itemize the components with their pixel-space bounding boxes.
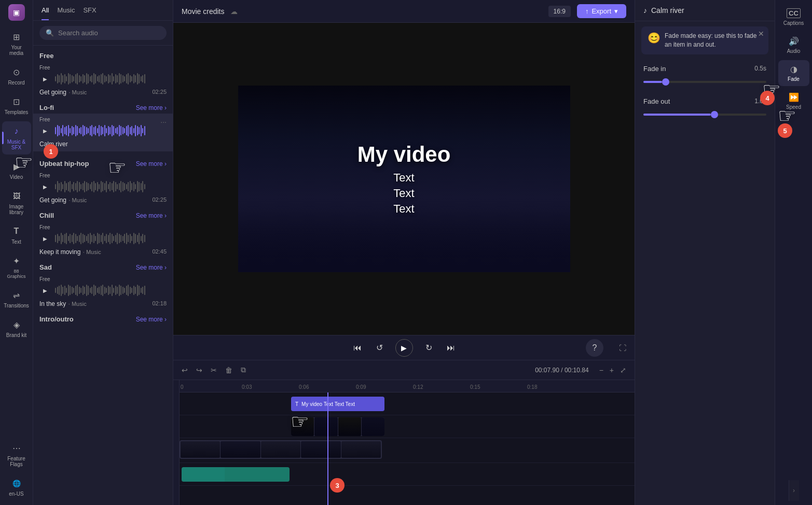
preview-area: My video Text Text Text: [173, 23, 635, 335]
fade-in-thumb[interactable]: [662, 78, 669, 86]
rewind-button[interactable]: ↺: [374, 341, 385, 355]
timeline-tracks: T My video Text Text Text: [180, 392, 635, 505]
nav-item-feature-flags[interactable]: ⋯ Feature Flags: [2, 438, 31, 471]
tip-emoji: 😊: [648, 32, 660, 49]
search-icon: 🔍: [46, 29, 54, 37]
timeline-ruler: 0 0:03 0:06 0:09 0:12 0:15 0:18: [180, 380, 635, 392]
see-more-intro-outro[interactable]: See more ›: [136, 316, 167, 323]
export-button[interactable]: ↑ Export ▾: [577, 4, 626, 18]
nav-item-music-sfx[interactable]: ♪ Music & SFX: [2, 121, 31, 155]
app-logo: ▣: [8, 4, 25, 21]
speed-panel-button[interactable]: ⏩ Speed: [778, 88, 809, 114]
play-btn-get-going-2[interactable]: ▶: [39, 181, 51, 192]
nav-item-transitions[interactable]: ⇌ Transitions: [2, 285, 31, 313]
fit-button[interactable]: ⤢: [618, 364, 628, 376]
section-sad: Sad See more ›: [33, 259, 173, 273]
project-title: Movie credits: [182, 7, 224, 16]
timeline-track-labels: [173, 380, 180, 505]
nav-item-brand-kit[interactable]: ◈ Brand kit: [2, 315, 31, 342]
timeline-playhead[interactable]: [327, 392, 328, 505]
audio-track-clip[interactable]: [182, 467, 290, 482]
video-sub-text-2: Text: [357, 187, 451, 200]
fullscreen-button[interactable]: ⛶: [619, 344, 626, 352]
fade-out-slider[interactable]: [643, 109, 766, 120]
tip-close-button[interactable]: ✕: [758, 30, 764, 38]
tab-sfx[interactable]: SFX: [83, 6, 96, 20]
step-3: 3: [330, 478, 345, 493]
track-item-calm-river[interactable]: Free ··· ▶ Calm river 1 Add to timeline: [33, 114, 173, 151]
collapse-right-panel-button[interactable]: ›: [789, 480, 799, 501]
search-input[interactable]: [58, 29, 160, 37]
transitions-icon: ⇌: [11, 289, 22, 301]
timeline-toolbar: ↩ ↪ ✂ 🗑 ⧉ 00:07.90 / 00:10.84 − + ⤢: [173, 360, 635, 380]
fade-out-thumb[interactable]: [711, 111, 718, 118]
track-options-calm-river[interactable]: ···: [160, 118, 167, 126]
editor-body: My video Text Text Text ⏮ ↺ ▶ ↻ ⏭ ? ⛶: [173, 23, 635, 505]
main-video-clip[interactable]: [180, 440, 382, 459]
audio-volume-icon: 🔊: [789, 36, 799, 46]
nav-item-language[interactable]: 🌐 en-US: [2, 473, 31, 501]
help-button[interactable]: ?: [586, 339, 603, 357]
redo-button[interactable]: ↪: [194, 364, 204, 376]
export-chevron-icon: ▾: [614, 7, 618, 15]
language-icon: 🌐: [11, 478, 22, 489]
zoom-out-button[interactable]: −: [597, 364, 605, 376]
see-more-upbeat[interactable]: See more ›: [136, 160, 167, 167]
feature-flags-icon: ⋯: [11, 442, 22, 454]
tip-card: 😊 Fade made easy: use this to fade an it…: [641, 26, 768, 54]
skip-back-button[interactable]: ⏮: [351, 341, 364, 355]
zoom-controls: − + ⤢: [597, 364, 628, 376]
nav-item-templates[interactable]: ⊡ Templates: [2, 92, 31, 119]
your-media-icon: ⊞: [11, 31, 22, 43]
section-free: Free: [33, 48, 173, 62]
nav-item-graphics[interactable]: ✦ 88 Graphics: [2, 251, 31, 283]
step-4: 4: [760, 91, 775, 105]
record-icon: ⊙: [11, 66, 22, 78]
track-item-get-going-2[interactable]: Free ▶ Get going · Music 02:25: [33, 170, 173, 207]
zoom-in-button[interactable]: +: [608, 364, 616, 376]
audio-tabs: All Music SFX: [33, 0, 173, 21]
search-input-wrap[interactable]: 🔍: [39, 26, 167, 40]
cut-button[interactable]: ✂: [209, 364, 219, 376]
nav-item-video[interactable]: ▶ Video: [2, 157, 31, 184]
audio-search: 🔍: [33, 21, 173, 46]
video-sub-text-1: Text: [357, 171, 451, 185]
video-track-clip[interactable]: [291, 417, 384, 436]
main-video-track-row: [180, 438, 635, 463]
copy-button[interactable]: ⧉: [239, 363, 248, 376]
nav-item-your-media[interactable]: ⊞ Your media: [2, 27, 31, 60]
fade-panel-button[interactable]: ◑ Fade: [778, 60, 809, 86]
track-item-keep-it-moving[interactable]: Free ▶ Keep it moving · Music 02:45: [33, 221, 173, 259]
undo-button[interactable]: ↩: [180, 364, 190, 376]
track-item-in-the-sky[interactable]: Free ▶ In the sky · Music 02:18: [33, 273, 173, 311]
nav-item-text[interactable]: T Text: [2, 221, 31, 249]
audio-panel: All Music SFX 🔍 Free Free ▶ Get going: [33, 0, 173, 505]
tab-all[interactable]: All: [42, 6, 49, 20]
nav-item-record[interactable]: ⊙ Record: [2, 62, 31, 90]
brand-kit-icon: ◈: [11, 319, 22, 330]
section-intro-outro: Intro/outro See more ›: [33, 311, 173, 325]
play-btn-calm-river[interactable]: ▶: [39, 125, 51, 136]
see-more-sad[interactable]: See more ›: [136, 264, 167, 271]
play-btn-in-the-sky[interactable]: ▶: [39, 285, 51, 296]
preview-video: My video Text Text Text: [238, 86, 570, 272]
tab-music[interactable]: Music: [57, 6, 75, 20]
cloud-sync-icon: ☁: [230, 7, 238, 16]
fade-in-slider[interactable]: [643, 77, 766, 87]
audio-panel-button[interactable]: 🔊 Audio: [778, 32, 809, 58]
see-more-lofi[interactable]: See more ›: [136, 104, 167, 111]
track-item-get-going-1[interactable]: Free ▶ Get going · Music 02:25: [33, 62, 173, 100]
play-btn-get-going-1[interactable]: ▶: [39, 73, 51, 85]
forward-button[interactable]: ↻: [423, 341, 434, 355]
delete-button[interactable]: 🗑: [223, 364, 235, 376]
text-track-clip[interactable]: T My video Text Text Text: [291, 397, 384, 411]
see-more-chill[interactable]: See more ›: [136, 212, 167, 219]
waveform-in-the-sky: [55, 283, 167, 298]
aspect-ratio-button[interactable]: 16:9: [548, 6, 571, 17]
play-btn-keep-it-moving[interactable]: ▶: [39, 233, 51, 244]
captions-panel-button[interactable]: CC Captions: [778, 4, 809, 30]
skip-forward-button[interactable]: ⏭: [445, 341, 457, 355]
nav-sidebar: ▣ ⊞ Your media ⊙ Record ⊡ Templates ♪ Mu…: [0, 0, 33, 505]
play-pause-button[interactable]: ▶: [395, 339, 413, 357]
nav-item-image-library[interactable]: 🖼 Image library: [2, 186, 31, 219]
